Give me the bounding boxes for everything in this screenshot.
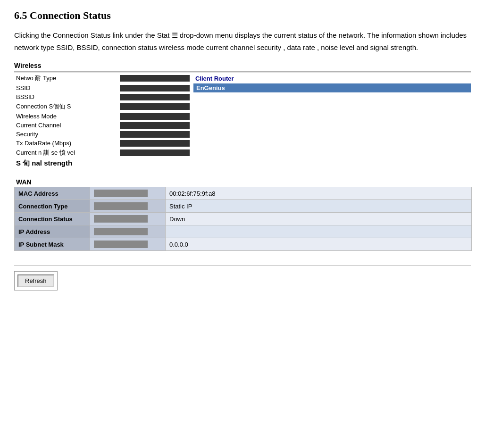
wan-label-subnet-mask: IP Subnet Mask [15,238,90,251]
refresh-button-wrapper: Refresh [14,271,58,290]
wireless-label: Current Channel [14,121,118,130]
wireless-value [193,139,471,148]
table-row: IP Address [15,225,472,238]
wireless-table: Netwo 耐 Type Client Router SSID EnGenius… [14,73,471,169]
wireless-label: Wireless Mode [14,112,118,121]
wireless-bar-cell [118,92,193,101]
wan-bar-icon [94,190,148,197]
wireless-bar-cell [118,121,193,130]
dark-bar-icon [120,94,190,100]
wireless-bar-cell [118,112,193,121]
wireless-bar-cell [118,101,193,112]
table-row: SSID EnGenius [14,83,471,92]
wan-bar-subnet-mask [90,238,166,251]
dark-bar-icon [120,122,190,129]
wan-label-connection-type: Connection Type [15,200,90,213]
table-row: Netwo 耐 Type Client Router [14,73,471,84]
wireless-value [193,101,471,112]
refresh-button[interactable]: Refresh [17,274,54,287]
wan-value-mac: 00:02:6f:75:9f:a8 [166,187,472,200]
wan-value-connection-status: Down [166,213,472,225]
wireless-bar-cell [118,148,193,158]
wireless-label: Security [14,130,118,139]
dark-bar-icon [120,131,190,138]
wireless-bar-cell [118,83,193,92]
wireless-label: Netwo 耐 Type [14,73,118,84]
wireless-value [193,130,471,139]
wireless-section-title: Wireless [14,62,471,69]
table-row: MAC Address 00:02:6f:75:9f:a8 [15,187,472,200]
table-row: Connection S個仙 S [14,101,471,112]
page-title: 6.5 Connection Status [14,9,471,22]
wireless-value: Client Router [193,73,471,84]
table-row: Current Channel [14,121,471,130]
wan-bar-icon [94,215,148,223]
refresh-area: Refresh [14,265,471,290]
table-row: Connection Status Down [15,213,472,225]
wireless-value-ssid: EnGenius [193,83,471,92]
wireless-value [193,158,471,169]
wireless-value [193,148,471,158]
wireless-bar-cell [118,139,193,148]
dark-bar-icon [120,113,190,120]
wireless-label: Current n 訓 se 憤 vel [14,148,118,158]
page-description: Clicking the Connection Status link unde… [14,29,471,53]
wan-value-ip-address [166,225,472,238]
dark-bar-icon [120,149,190,156]
wan-label-connection-status: Connection Status [15,213,90,225]
table-row: Connection Type Static IP [15,200,472,213]
table-row: Tx DataRate (Mbps) [14,139,471,148]
wireless-value [193,92,471,101]
desc-text: Clicking the Connection Status link unde… [14,31,467,51]
wan-bar-connection-status [90,213,166,225]
wireless-label: SSID [14,83,118,92]
wan-bar-icon [94,202,148,210]
wan-value-connection-type: Static IP [166,200,472,213]
dark-bar-icon [120,75,190,82]
wireless-bar-cell [118,158,193,169]
wireless-label: S 旬 nal strength [14,158,118,169]
wireless-bar-cell [118,73,193,84]
wan-value-subnet-mask: 0.0.0.0 [166,238,472,251]
dark-bar-icon [120,140,190,147]
wireless-bar-cell [118,130,193,139]
wan-bar-connection-type [90,200,166,213]
wan-label-mac: MAC Address [15,187,90,200]
wan-bar-ip-address [90,225,166,238]
wan-section: WAN MAC Address 00:02:6f:75:9f:a8 Connec… [14,178,471,251]
wan-table: MAC Address 00:02:6f:75:9f:a8 Connection… [14,187,472,251]
wireless-value [193,112,471,121]
wan-bar-icon [94,241,148,248]
wireless-label: Connection S個仙 S [14,101,118,112]
table-row: Current n 訓 se 憤 vel [14,148,471,158]
wan-label-ip-address: IP Address [15,225,90,238]
wan-section-title: WAN [14,178,471,186]
table-row: BSSID [14,92,471,101]
wireless-divider [14,71,471,72]
dark-bar-icon [120,85,190,91]
table-row: Security [14,130,471,139]
wan-bar-mac [90,187,166,200]
dark-bar-icon [120,103,190,110]
table-row: Wireless Mode [14,112,471,121]
table-row: S 旬 nal strength [14,158,471,169]
wireless-value [193,121,471,130]
wireless-section: Wireless Netwo 耐 Type Client Router SSID… [14,62,471,169]
wireless-label: Tx DataRate (Mbps) [14,139,118,148]
table-row: IP Subnet Mask 0.0.0.0 [15,238,472,251]
wan-bar-icon [94,228,148,235]
wireless-label: BSSID [14,92,118,101]
